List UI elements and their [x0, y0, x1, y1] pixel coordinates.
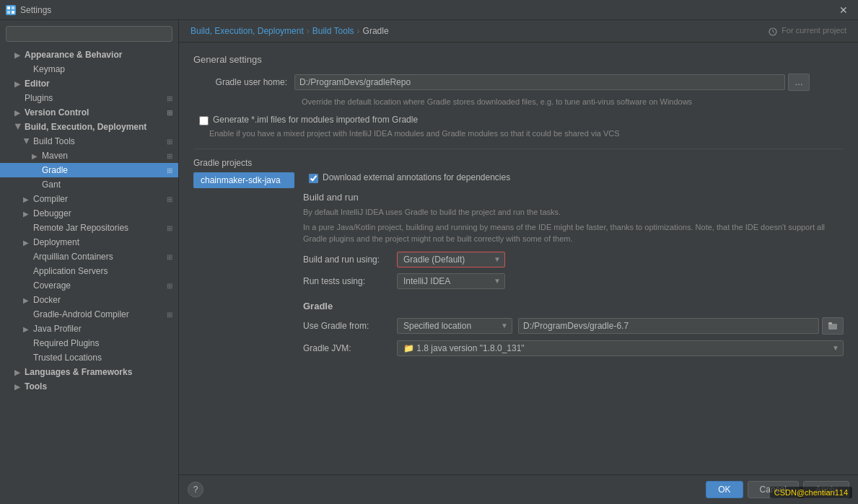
search-input[interactable]: [6, 26, 172, 42]
build-run-title: Build and run: [303, 192, 844, 203]
breadcrumb-sep2: ›: [357, 26, 360, 36]
gradle-jvm-label: Gradle JVM:: [303, 343, 397, 353]
sidebar-item-tools[interactable]: ▶ Tools: [0, 379, 178, 394]
svg-rect-3: [12, 11, 14, 14]
badge-icon: ⊞: [167, 253, 172, 261]
gradle-user-home-hint: Override the default location where Grad…: [302, 97, 844, 107]
arrow-icon: ▶: [23, 195, 30, 203]
svg-rect-5: [828, 324, 837, 330]
sidebar-item-build-tools[interactable]: ▶ Build Tools ⊞: [0, 134, 178, 149]
build-run-using-select[interactable]: Gradle (Default) IntelliJ IDEA: [397, 252, 505, 268]
sidebar-item-label: Gant: [42, 180, 172, 190]
use-gradle-from-row: Use Gradle from: Specified location Wrap…: [303, 317, 844, 335]
gradle-user-home-label: Gradle user home:: [193, 77, 294, 87]
sidebar-item-build-execution[interactable]: ▶ Build, Execution, Deployment: [0, 120, 178, 134]
download-annotations-checkbox[interactable]: [309, 174, 318, 183]
sidebar-item-label: Tools: [25, 381, 172, 392]
sidebar-item-languages-frameworks[interactable]: ▶ Languages & Frameworks: [0, 365, 178, 379]
build-run-desc1: By default IntelliJ IDEA uses Gradle to …: [303, 207, 844, 218]
badge-icon: ⊞: [167, 152, 172, 160]
sidebar-item-label: Docker: [33, 295, 172, 305]
help-button[interactable]: ?: [188, 482, 203, 498]
sidebar-item-arquillian[interactable]: Arquillian Containers ⊞: [0, 249, 178, 264]
sidebar-item-label: Java Profiler: [33, 324, 172, 334]
arrow-icon: ▶: [23, 210, 30, 218]
arrow-icon: ▶: [14, 123, 22, 131]
sidebar-item-keymap[interactable]: Keymap: [0, 62, 178, 76]
sidebar-item-label: Gradle-Android Compiler: [33, 309, 167, 319]
sidebar-item-label: Deployment: [33, 237, 172, 247]
sidebar-item-trusted-locations[interactable]: Trusted Locations: [0, 350, 178, 365]
arrow-icon: ▶: [23, 325, 30, 333]
sidebar-item-label: Build, Execution, Deployment: [25, 122, 172, 132]
gradle-home-browse-button[interactable]: …: [788, 74, 810, 91]
sidebar-item-coverage[interactable]: Coverage ⊞: [0, 278, 178, 293]
build-run-using-label: Build and run using:: [303, 255, 397, 265]
sidebar-item-gradle-android[interactable]: Gradle-Android Compiler ⊞: [0, 307, 178, 322]
badge-icon: ⊞: [167, 94, 172, 102]
sidebar-item-debugger[interactable]: ▶ Debugger: [0, 206, 178, 221]
svg-rect-0: [7, 6, 10, 9]
window-title: Settings: [20, 5, 835, 15]
badge-icon: ⊞: [167, 138, 172, 146]
sidebar-item-label: Gradle: [42, 165, 167, 175]
sidebar-item-label: Trusted Locations: [33, 353, 172, 363]
sidebar-item-docker[interactable]: ▶ Docker: [0, 293, 178, 307]
gradle-section-title: Gradle: [303, 301, 844, 311]
arrow-icon: ▶: [14, 368, 22, 376]
ok-button[interactable]: OK: [706, 481, 743, 498]
projects-layout: chainmaker-sdk-java Download external an…: [193, 172, 844, 362]
sidebar: ▶ Appearance & Behavior Keymap ▶ Editor …: [0, 20, 179, 504]
sidebar-item-maven[interactable]: ▶ Maven ⊞: [0, 149, 178, 163]
sidebar-item-version-control[interactable]: ▶ Version Control ⊞: [0, 105, 178, 120]
sidebar-item-label: Languages & Frameworks: [25, 367, 172, 377]
sidebar-item-label: Build Tools: [33, 136, 167, 146]
generate-iml-row: Generate *.iml files for modules importe…: [193, 115, 844, 125]
breadcrumb-build-tools[interactable]: Build Tools: [312, 26, 354, 36]
generate-iml-checkbox[interactable]: [199, 116, 209, 125]
run-tests-using-select[interactable]: IntelliJ IDEA Gradle: [397, 273, 505, 289]
gradle-projects-title: Gradle projects: [193, 158, 844, 168]
build-run-using-row: Build and run using: Gradle (Default) In…: [303, 252, 844, 268]
svg-rect-2: [7, 11, 10, 14]
sidebar-item-app-servers[interactable]: Application Servers: [0, 264, 178, 278]
arrow-icon: ▶: [14, 51, 22, 59]
sidebar-item-editor[interactable]: ▶ Editor: [0, 76, 178, 91]
svg-rect-1: [12, 6, 14, 9]
sidebar-item-required-plugins[interactable]: Required Plugins: [0, 336, 178, 350]
sidebar-item-java-profiler[interactable]: ▶ Java Profiler: [0, 322, 178, 336]
bottom-left: ?: [188, 482, 203, 498]
project-item[interactable]: chainmaker-sdk-java: [193, 172, 294, 188]
arrow-icon: ▶: [14, 383, 22, 391]
sidebar-item-plugins[interactable]: Plugins ⊞: [0, 91, 178, 105]
sidebar-item-label: Application Servers: [33, 266, 172, 276]
gradle-path-input[interactable]: [518, 318, 819, 334]
gradle-jvm-wrapper: 📁 1.8 java version "1.8.0_131" ▼: [397, 340, 844, 356]
sidebar-item-label: Compiler: [33, 194, 167, 204]
arrow-icon: ▶: [14, 109, 22, 117]
breadcrumb-build[interactable]: Build, Execution, Deployment: [191, 26, 304, 36]
download-annotations-label: Download external annotations for depend…: [323, 172, 510, 182]
sidebar-item-deployment[interactable]: ▶ Deployment: [0, 235, 178, 249]
gradle-jvm-select[interactable]: 📁 1.8 java version "1.8.0_131": [397, 340, 844, 356]
badge-icon: ⊞: [167, 195, 172, 203]
sidebar-item-compiler[interactable]: ▶ Compiler ⊞: [0, 192, 178, 206]
sidebar-item-remote-jar[interactable]: Remote Jar Repositories ⊞: [0, 221, 178, 235]
sidebar-item-label: Version Control: [25, 107, 167, 118]
bottom-bar: ? OK Cancel Apply: [179, 474, 858, 504]
sidebar-item-label: Debugger: [33, 208, 172, 218]
sidebar-item-gant[interactable]: Gant: [0, 177, 178, 192]
breadcrumb-gradle: Gradle: [363, 26, 389, 36]
arrow-icon: ▶: [32, 152, 39, 160]
right-panel: Build, Execution, Deployment › Build Too…: [179, 20, 858, 504]
use-gradle-from-select[interactable]: Specified location Wrapper Local install…: [397, 318, 512, 334]
sidebar-item-label: Coverage: [33, 280, 167, 291]
download-annotations-row: Download external annotations for depend…: [303, 172, 844, 183]
gradle-user-home-row: Gradle user home: …: [193, 74, 844, 91]
gradle-path-browse-button[interactable]: [822, 317, 844, 335]
gradle-user-home-input[interactable]: [294, 74, 785, 90]
close-button[interactable]: ✕: [835, 3, 852, 17]
sidebar-item-appearance-behavior[interactable]: ▶ Appearance & Behavior: [0, 48, 178, 62]
sidebar-item-gradle[interactable]: Gradle ⊞: [0, 163, 178, 177]
sidebar-item-label: Maven: [42, 151, 167, 161]
